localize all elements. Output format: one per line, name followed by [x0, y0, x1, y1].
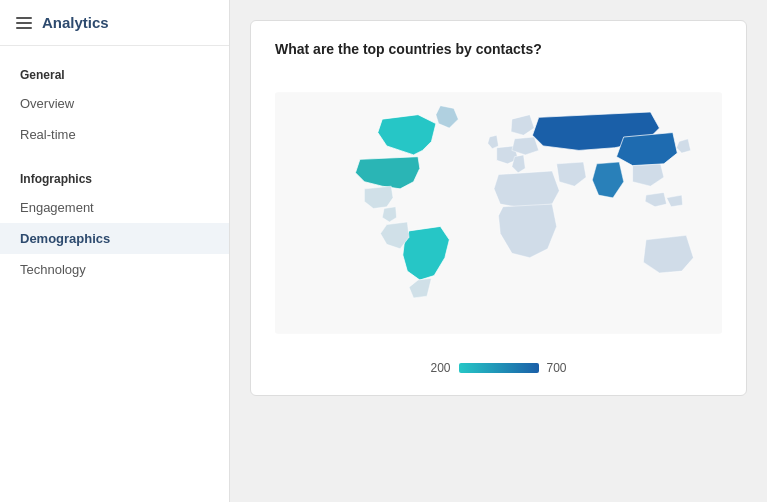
legend-gradient-bar: [459, 363, 539, 373]
legend-min-value: 200: [430, 361, 450, 375]
sidebar: Analytics General Overview Real-time Inf…: [0, 0, 230, 502]
sidebar-item-engagement[interactable]: Engagement: [0, 192, 229, 223]
sidebar-item-technology[interactable]: Technology: [0, 254, 229, 285]
section-label-infographics: Infographics: [0, 162, 229, 192]
sidebar-header: Analytics: [0, 0, 229, 46]
main-content: What are the top countries by contacts?: [230, 0, 767, 502]
section-label-general: General: [0, 58, 229, 88]
sidebar-item-demographics[interactable]: Demographics: [0, 223, 229, 254]
legend-max-value: 700: [547, 361, 567, 375]
world-map: [275, 73, 722, 353]
sidebar-title: Analytics: [42, 14, 109, 31]
map-legend: 200 700: [275, 361, 722, 375]
card-title: What are the top countries by contacts?: [275, 41, 722, 57]
sidebar-item-overview[interactable]: Overview: [0, 88, 229, 119]
sidebar-item-realtime[interactable]: Real-time: [0, 119, 229, 150]
menu-icon[interactable]: [16, 17, 32, 29]
map-card: What are the top countries by contacts?: [250, 20, 747, 396]
sidebar-nav: General Overview Real-time Infographics …: [0, 46, 229, 502]
map-svg: [275, 73, 722, 353]
